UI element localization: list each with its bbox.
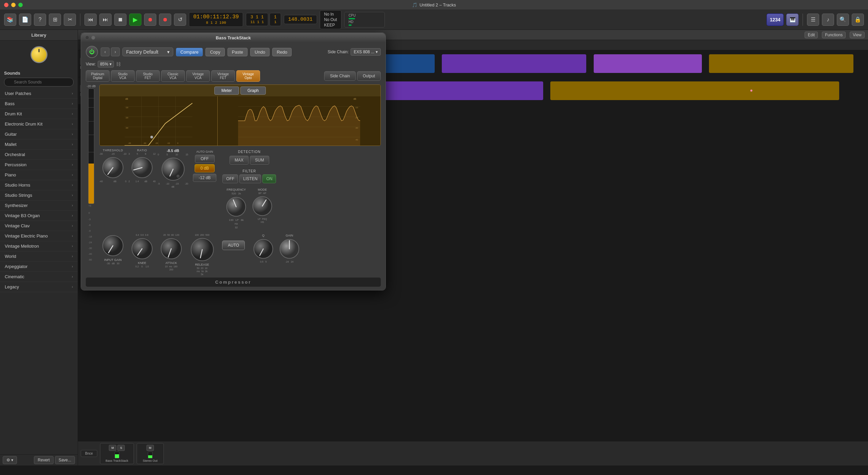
release-knob-wrap[interactable] <box>190 237 215 262</box>
auto-gain-neg12-button[interactable]: -12 dB <box>193 174 216 182</box>
track-block[interactable] <box>442 54 586 73</box>
preset-prev-button[interactable]: ‹ <box>101 48 110 56</box>
ratio-knob-wrap[interactable] <box>130 156 154 179</box>
output-knob-wrap[interactable] <box>160 156 186 182</box>
sidechain-view-button[interactable]: Side Chain <box>324 71 356 81</box>
compare-button[interactable]: Compare <box>176 48 203 56</box>
library-item-vintage-b3[interactable]: Vintage B3 Organ› <box>0 211 78 221</box>
filter-off-button[interactable]: OFF <box>222 174 238 183</box>
type-platinum-digital[interactable]: PlatinumDigital <box>86 70 110 82</box>
window-controls[interactable] <box>4 3 23 7</box>
output-view-button[interactable]: Output <box>357 71 381 81</box>
threshold-knob-wrap[interactable] <box>101 156 125 179</box>
power-button[interactable]: ⏻ <box>86 46 98 58</box>
record-button[interactable]: ⏺ <box>144 14 156 26</box>
maximize-button[interactable] <box>18 3 23 7</box>
library-knob[interactable] <box>31 46 47 63</box>
help-button[interactable]: ? <box>34 14 46 26</box>
library-item-mallet[interactable]: Mallet› <box>0 139 78 150</box>
track-block[interactable] <box>594 54 702 73</box>
type-vintage-vca[interactable]: VintageVCA <box>186 70 210 82</box>
preset-next-button[interactable]: › <box>111 48 120 56</box>
loop-button[interactable]: ↺ <box>174 14 186 26</box>
save-button[interactable]: Save... <box>55 456 75 464</box>
note-icon-button[interactable]: ♪ <box>822 14 834 26</box>
type-studio-fet[interactable]: StudioFET <box>136 70 160 82</box>
library-item-user-patches[interactable]: User Patches› <box>0 89 78 99</box>
lock-icon-button[interactable]: 🔒 <box>852 14 864 26</box>
undo-button[interactable]: Undo <box>250 48 270 56</box>
mode-knob-wrap[interactable] <box>251 195 273 217</box>
edit-button[interactable]: Edit <box>805 32 818 38</box>
revert-button[interactable]: Revert <box>34 456 53 464</box>
auto-gain-off-button[interactable]: OFF <box>195 155 215 163</box>
library-item-arpeggiator[interactable]: Arpeggiator› <box>0 262 78 272</box>
library-item-percussion[interactable]: Percussion› <box>0 160 78 170</box>
minimize-button[interactable] <box>11 3 16 7</box>
library-gear-button[interactable]: ⚙ ▾ <box>3 456 17 464</box>
library-item-studio-strings[interactable]: Studio Strings› <box>0 190 78 201</box>
rewind-button[interactable]: ⏮ <box>84 14 97 26</box>
view-button[interactable]: View <box>850 32 865 38</box>
type-vintage-opto[interactable]: VintageOpto <box>236 70 260 82</box>
bass-s-button[interactable]: S <box>117 445 125 451</box>
file-button[interactable]: 📄 <box>19 14 31 26</box>
type-studio-vca[interactable]: StudioVCA <box>111 70 135 82</box>
track-block[interactable] <box>709 54 853 73</box>
library-item-electronic-drum-kit[interactable]: Electronic Drum Kit› <box>0 119 78 129</box>
stereo-m-button[interactable]: M <box>146 445 154 451</box>
sum-button[interactable]: SUM <box>250 156 269 165</box>
comp-min-button[interactable] <box>91 36 95 40</box>
copy-button[interactable]: Copy <box>205 48 224 56</box>
filter-listen-button[interactable]: LISTEN <box>239 174 261 183</box>
fast-forward-button[interactable]: ⏭ <box>99 14 112 26</box>
search-icon-button[interactable]: 🔍 <box>837 14 849 26</box>
bnce-button-area[interactable]: Bnce <box>81 450 97 457</box>
library-item-orchestral[interactable]: Orchestral› <box>0 150 78 160</box>
library-item-vintage-clav[interactable]: Vintage Clav› <box>0 221 78 231</box>
library-item-piano[interactable]: Piano› <box>0 170 78 180</box>
library-item-world[interactable]: World› <box>0 251 78 262</box>
lcd-button[interactable]: 1234 <box>767 14 784 26</box>
library-item-vintage-mellotron[interactable]: Vintage Mellotron› <box>0 241 78 251</box>
track-block[interactable] <box>550 81 839 100</box>
input-gain-knob-wrap[interactable] <box>101 234 125 258</box>
filter-on-button[interactable]: ON <box>262 174 276 183</box>
library-item-synthesizer[interactable]: Synthesizer› <box>0 201 78 211</box>
comp-window-controls[interactable] <box>85 36 95 40</box>
library-item-studio-horns[interactable]: Studio Horns› <box>0 180 78 190</box>
type-classic-vca[interactable]: ClassicVCA <box>161 70 185 82</box>
scissors-button[interactable]: ✂ <box>64 14 76 26</box>
list-icon-button[interactable]: ☰ <box>807 14 819 26</box>
bass-m-button[interactable]: M <box>109 445 116 451</box>
attack-knob-wrap[interactable] <box>159 237 183 261</box>
play-button[interactable]: ▶ <box>129 14 141 26</box>
type-vintage-fet[interactable]: VintageFET <box>211 70 235 82</box>
keyboard-button[interactable]: 🎹 <box>786 14 798 26</box>
library-item-drum-kit[interactable]: Drum Kit› <box>0 109 78 119</box>
library-item-guitar[interactable]: Guitar› <box>0 129 78 139</box>
knee-knob-wrap[interactable] <box>130 237 154 261</box>
library-item-legacy[interactable]: Legacy› <box>0 282 78 292</box>
library-item-vintage-ep[interactable]: Vintage Electric Piano› <box>0 231 78 241</box>
auto-button[interactable]: AUTO <box>222 241 245 250</box>
stop-button[interactable]: ⏹ <box>114 14 126 26</box>
preset-dropdown[interactable]: Factory Default ▾ <box>122 48 173 56</box>
library-item-bass[interactable]: Bass› <box>0 99 78 109</box>
close-button[interactable] <box>4 3 8 7</box>
search-input[interactable] <box>4 78 74 87</box>
meter-tab[interactable]: Meter <box>214 87 239 95</box>
functions-button[interactable]: Functions <box>822 32 846 38</box>
freq-knob-wrap[interactable] <box>225 196 247 218</box>
q-knob-wrap[interactable] <box>252 238 274 260</box>
view-dropdown[interactable]: 85% ▾ <box>98 61 114 68</box>
loop-record-button[interactable]: ⏺ <box>159 14 171 26</box>
redo-button[interactable]: Redo <box>272 48 292 56</box>
library-item-cinematic[interactable]: Cinematic› <box>0 272 78 282</box>
sidechain-dropdown[interactable]: EXS 808 ... ▾ <box>351 48 381 56</box>
graph-tab[interactable]: Graph <box>240 87 266 95</box>
max-button[interactable]: MAX <box>230 156 249 165</box>
library-button[interactable]: 📚 <box>4 14 16 26</box>
mixer-button[interactable]: ⊞ <box>49 14 61 26</box>
gain-knob-wrap[interactable] <box>278 238 300 260</box>
